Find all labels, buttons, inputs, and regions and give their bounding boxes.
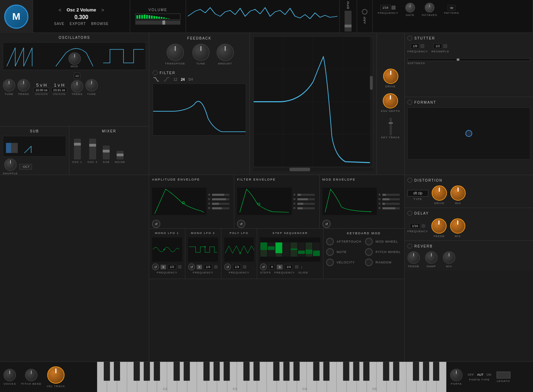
poly-lfo-freq-value[interactable]: 1/4	[233, 264, 242, 270]
mod-knob[interactable]	[68, 52, 81, 65]
porta-aut-label[interactable]: AUT	[477, 373, 483, 376]
filter-decay-slider[interactable]	[297, 198, 315, 200]
prev-preset-button[interactable]: <	[59, 7, 61, 13]
pitch-wheel-button[interactable]	[365, 248, 373, 256]
osc2-fader[interactable]	[89, 139, 96, 159]
arp-freq-value[interactable]: 1/16	[380, 5, 391, 10]
delay-freq-value[interactable]: 1/16	[410, 223, 420, 229]
filter-scrollbar[interactable]	[370, 37, 373, 167]
filter-power-button[interactable]	[153, 70, 158, 75]
mod-wheel-button[interactable]	[365, 238, 373, 245]
filter-slope-sh[interactable]: SH	[188, 78, 193, 81]
reverb-power-button[interactable]	[407, 244, 412, 249]
voices-knob[interactable]	[3, 369, 16, 381]
next-preset-button[interactable]: >	[101, 7, 104, 13]
softness-slider[interactable]	[407, 58, 530, 61]
browse-button[interactable]: BROWSE	[91, 22, 109, 26]
delay-feedb-knob[interactable]	[431, 218, 447, 234]
delay-mix-knob[interactable]	[450, 218, 465, 234]
filter-release-slider[interactable]	[297, 207, 315, 209]
osc1-fader[interactable]	[74, 139, 81, 159]
osc-trans-knob[interactable]	[17, 79, 30, 92]
amount-knob[interactable]	[217, 44, 234, 61]
pitch-bend-knob[interactable]	[25, 369, 37, 381]
filter-attack-slider[interactable]	[297, 194, 315, 196]
aftertouch-button[interactable]	[326, 238, 334, 245]
distortion-mix-knob[interactable]	[450, 185, 466, 201]
filter-h-scrollbar[interactable]	[253, 168, 373, 171]
lfo1-sync-toggle[interactable]: S	[161, 265, 166, 269]
amp-attack-slider[interactable]	[212, 194, 229, 196]
mod-sustain-slider[interactable]	[382, 203, 400, 205]
mod-env-undo-button[interactable]: ↺	[322, 220, 331, 228]
export-button[interactable]: EXPORT	[70, 22, 86, 26]
delay-power-button[interactable]	[407, 211, 412, 216]
note-button[interactable]	[326, 248, 334, 256]
unison2-val-box[interactable]: 23.91 ce	[51, 88, 67, 93]
trans2-knob[interactable]	[71, 80, 83, 93]
filter-env-depth-knob[interactable]	[383, 93, 398, 108]
distortion-power-button[interactable]	[407, 178, 412, 183]
reverb-mix-knob[interactable]	[443, 251, 455, 264]
random-button[interactable]	[365, 259, 373, 266]
reverb-feedb-knob[interactable]	[407, 251, 420, 264]
step-seq-steps-value[interactable]: 8	[269, 264, 275, 270]
filter-drive-knob[interactable]	[383, 69, 398, 84]
save-button[interactable]: SAVE	[54, 22, 65, 26]
lfo2-freq-value[interactable]: 1/4	[204, 264, 212, 270]
filter-slope-24[interactable]: 24	[181, 78, 185, 81]
arp-octaves-knob[interactable]	[425, 3, 434, 12]
legato-toggle[interactable]	[497, 372, 510, 378]
tune2-knob[interactable]	[85, 79, 98, 92]
oct-button[interactable]: -OCT	[19, 164, 32, 169]
porta-knob[interactable]	[450, 369, 463, 381]
arp-gate-knob[interactable]	[405, 3, 415, 12]
filter-sustain-slider[interactable]	[297, 203, 315, 205]
arp-pattern-value[interactable]: up	[448, 5, 455, 10]
filter-type-lp-icon[interactable]	[153, 77, 160, 82]
vel-track-knob[interactable]	[47, 366, 65, 384]
sub-fader[interactable]	[103, 146, 110, 159]
step-seq-sync-toggle[interactable]: S	[277, 265, 282, 269]
formant-dot[interactable]	[465, 130, 472, 137]
mod-attack-slider[interactable]	[382, 194, 400, 196]
lfo1-freq-value[interactable]: 1/2	[168, 264, 176, 270]
filter-key-track-slider[interactable]	[390, 118, 392, 135]
arp-power-button[interactable]	[362, 9, 367, 15]
volume-slider[interactable]	[135, 20, 180, 25]
step-seq-freq-value[interactable]: 1/4	[285, 264, 293, 270]
amp-decay-slider[interactable]	[212, 198, 229, 200]
stutter-freq-value[interactable]: 1/8	[411, 43, 420, 49]
bpm-slider[interactable]	[345, 11, 352, 32]
lfo1-controls: ↺ S 1/2	[152, 263, 182, 270]
volume-meter[interactable]	[135, 14, 180, 20]
feedback-tune-knob[interactable]	[192, 44, 210, 61]
velocity-button[interactable]	[326, 259, 334, 266]
piano-area[interactable]: // This will be generated in the DOM	[97, 362, 446, 392]
unison1-val-box[interactable]: 10.00 ce	[34, 88, 49, 93]
filter-type-hp-icon[interactable]	[163, 77, 170, 82]
filter-env-undo-button[interactable]: ↺	[237, 220, 245, 228]
amp-release-slider[interactable]	[212, 207, 229, 209]
mod-release-slider[interactable]	[382, 207, 400, 209]
lfo2-undo-button[interactable]: ↺	[188, 263, 195, 270]
shuffle-knob[interactable]	[4, 158, 17, 171]
amp-env-undo-button[interactable]: ↺	[152, 220, 160, 228]
lfo1-undo-button[interactable]: ↺	[152, 263, 159, 270]
osc-tune-knob[interactable]	[3, 79, 15, 92]
formant-power-button[interactable]	[407, 100, 412, 105]
transpose-knob[interactable]	[167, 44, 184, 61]
amp-sustain-slider[interactable]	[212, 203, 229, 205]
step-seq-undo-button[interactable]: ↺	[260, 263, 267, 270]
distortion-type-value[interactable]: sft clp	[407, 190, 428, 197]
lfo2-sync-toggle[interactable]: S	[197, 265, 202, 269]
filter-slope-12[interactable]: 12	[174, 78, 177, 81]
sub-fader-thumb	[103, 150, 110, 153]
distortion-drive-knob[interactable]	[432, 185, 447, 201]
reverb-damp-knob[interactable]	[425, 251, 438, 264]
mod-decay-slider[interactable]	[382, 198, 400, 200]
poly-lfo-undo-button[interactable]: ↺	[224, 263, 231, 270]
stutter-resample-value[interactable]: 1/2	[433, 43, 442, 49]
noise-fader[interactable]	[117, 151, 124, 159]
stutter-power-button[interactable]	[407, 36, 412, 41]
